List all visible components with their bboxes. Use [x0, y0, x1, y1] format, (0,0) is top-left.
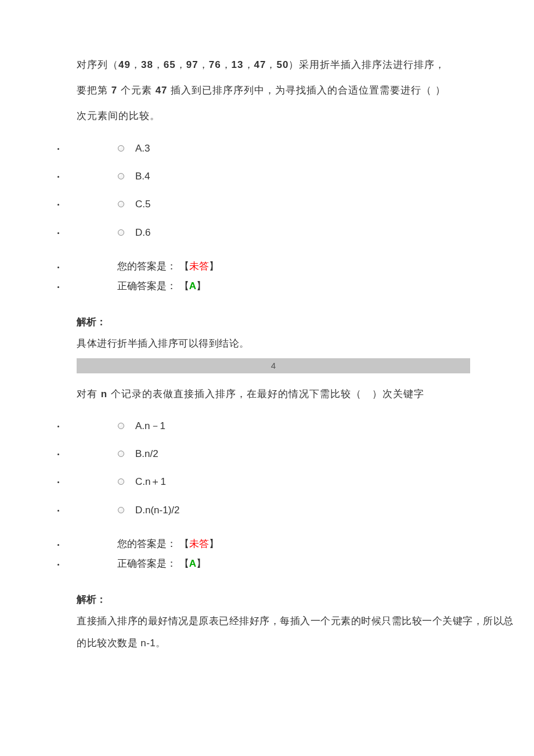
- q1-line1-part-2: ，: [131, 59, 141, 70]
- question-2-options: A.n－1B.n/2C.n＋1D.n(n-1)/2: [12, 412, 522, 524]
- svg-point-15: [120, 508, 121, 510]
- svg-point-7: [120, 231, 121, 232]
- svg-point-5: [120, 203, 121, 204]
- q1-line1-part-15: 50: [276, 59, 288, 70]
- q2-line1-part-0: 对有: [77, 388, 101, 399]
- bracket-close: 】: [209, 261, 219, 272]
- your-answer-row: 您的答案是： 【未答】: [65, 257, 522, 276]
- svg-point-10: [118, 451, 124, 457]
- option-label: C.5: [135, 199, 150, 210]
- q1-line1-part-12: ，: [244, 59, 254, 70]
- question-1-options: A.3B.4C.5D.6: [12, 134, 522, 246]
- svg-point-4: [118, 201, 124, 207]
- q2-option-0: A.n－1: [65, 412, 522, 440]
- radio-icon[interactable]: [117, 200, 125, 208]
- svg-point-1: [120, 146, 121, 148]
- svg-point-9: [120, 424, 121, 426]
- q1-option-0: A.3: [65, 134, 522, 162]
- bracket-open: 【: [179, 261, 189, 272]
- svg-point-12: [118, 479, 124, 485]
- explanation-title: 解析：: [77, 589, 522, 610]
- q1-line1-part-16: ）采用折半插入排序法进行排序，: [288, 59, 445, 70]
- q1-line1-part-10: ，: [221, 59, 232, 70]
- q1-line1-part-0: 对序列（: [77, 59, 118, 70]
- q1-line1-part-11: 13: [232, 59, 244, 70]
- your-answer-value: 未答: [189, 538, 209, 549]
- correct-answer-label: 正确答案是：: [117, 280, 176, 291]
- question-2-text: 对有 n 个记录的表做直接插入排序，在最好的情况下需比较（ ）次关键字: [77, 381, 522, 407]
- svg-point-6: [118, 229, 124, 235]
- option-label: D.n(n-1)/2: [135, 504, 180, 515]
- q2-option-1: B.n/2: [65, 440, 522, 467]
- explanation-text: 直接插入排序的最好情况是原表已经排好序，每插入一个元素的时候只需比较一个关键字，…: [77, 610, 522, 654]
- q1-line1-part-13: 47: [254, 59, 266, 70]
- q1-line1-part-5: 65: [164, 59, 176, 70]
- q2-option-3: D.n(n-1)/2: [65, 496, 522, 524]
- q1-line1-part-6: ，: [176, 59, 186, 70]
- explanation-title: 解析：: [77, 311, 522, 333]
- radio-icon[interactable]: [117, 506, 125, 514]
- explanation-text: 具体进行折半插入排序可以得到结论。: [77, 333, 522, 354]
- q1-line2-part-3: 47: [156, 85, 168, 96]
- radio-icon[interactable]: [117, 172, 125, 180]
- q1-line2-part-4: 插入到已排序序列中，为寻找插入的合适位置需要进行（ ）: [168, 85, 446, 96]
- radio-icon[interactable]: [117, 145, 125, 152]
- q1-line2-part-1: 7: [111, 85, 117, 96]
- radio-icon[interactable]: [117, 422, 125, 430]
- q2-option-2: C.n＋1: [65, 467, 522, 495]
- bracket-open: 【: [179, 558, 189, 569]
- svg-point-2: [118, 173, 124, 179]
- your-answer-value: 未答: [189, 261, 209, 272]
- your-answer-label: 您的答案是：: [117, 261, 176, 272]
- question-2-explanation: 解析： 直接插入排序的最好情况是原表已经排好序，每插入一个元素的时候只需比较一个…: [77, 589, 522, 654]
- q1-line2-part-2: 个元素: [117, 85, 155, 96]
- your-answer-row: 您的答案是： 【未答】: [65, 534, 522, 554]
- correct-answer-row: 正确答案是： 【A】: [65, 276, 522, 296]
- question-1-text: 对序列（49，38，65，97，76，13，47，50）采用折半插入排序法进行排…: [77, 52, 522, 129]
- correct-answer-value: A: [189, 558, 196, 569]
- option-label: A.3: [135, 142, 150, 153]
- option-label: A.n－1: [135, 420, 165, 431]
- your-answer-label: 您的答案是：: [117, 538, 176, 549]
- q2-line1-part-2: 个记录的表做直接插入排序，在最好的情况下需比较（ ）次关键字: [107, 388, 424, 399]
- bracket-close: 】: [196, 280, 206, 291]
- correct-answer-label: 正确答案是：: [117, 558, 176, 569]
- q1-option-3: D.6: [65, 218, 522, 246]
- q1-line1-part-9: 76: [209, 59, 221, 70]
- option-label: C.n＋1: [135, 476, 166, 487]
- q1-line1-part-8: ，: [199, 59, 209, 70]
- option-label: B.n/2: [135, 448, 158, 459]
- bracket-open: 【: [179, 280, 189, 291]
- svg-point-11: [120, 452, 121, 454]
- q1-option-2: C.5: [65, 190, 522, 218]
- question-1-line3: 次元素间的比较。: [77, 110, 160, 121]
- question-2-answers: 您的答案是： 【未答】 正确答案是： 【A】: [12, 534, 522, 574]
- bracket-close: 】: [196, 558, 206, 569]
- radio-icon[interactable]: [117, 450, 125, 458]
- option-label: B.4: [135, 171, 150, 182]
- q1-line1-part-7: 97: [186, 59, 199, 70]
- bracket-open: 【: [179, 538, 189, 549]
- svg-point-0: [118, 145, 124, 151]
- question-1-explanation: 解析： 具体进行折半插入排序可以得到结论。: [77, 311, 522, 355]
- q2-line1-part-1: n: [101, 388, 107, 399]
- q1-line1-part-3: 38: [141, 59, 153, 70]
- option-label: D.6: [135, 226, 150, 237]
- q1-line1-part-1: 49: [118, 59, 131, 70]
- correct-answer-row: 正确答案是： 【A】: [65, 554, 522, 574]
- correct-answer-value: A: [189, 280, 196, 291]
- radio-icon[interactable]: [117, 229, 125, 236]
- svg-point-3: [120, 174, 121, 176]
- svg-point-8: [118, 423, 124, 429]
- svg-point-14: [118, 507, 124, 513]
- q1-line2-part-0: 要把第: [77, 85, 111, 96]
- radio-icon[interactable]: [117, 478, 125, 485]
- svg-point-13: [120, 480, 121, 482]
- q1-line1-part-4: ，: [153, 59, 164, 70]
- bracket-close: 】: [209, 538, 219, 549]
- question-number-divider: 4: [77, 358, 470, 373]
- q1-option-1: B.4: [65, 162, 522, 190]
- question-1-answers: 您的答案是： 【未答】 正确答案是： 【A】: [12, 257, 522, 296]
- q1-line1-part-14: ，: [266, 59, 276, 70]
